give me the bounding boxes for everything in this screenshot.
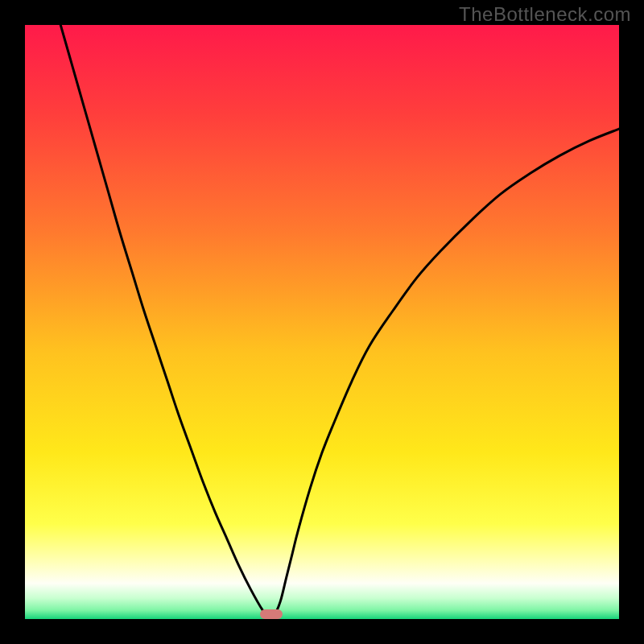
chart-frame: TheBottleneck.com [0,0,644,644]
optimum-marker [260,609,283,619]
bottleneck-curve [25,25,619,619]
curve-right-branch [275,129,619,616]
plot-area [25,25,619,619]
watermark-text: TheBottleneck.com [459,3,631,26]
curve-left-branch [60,25,268,616]
